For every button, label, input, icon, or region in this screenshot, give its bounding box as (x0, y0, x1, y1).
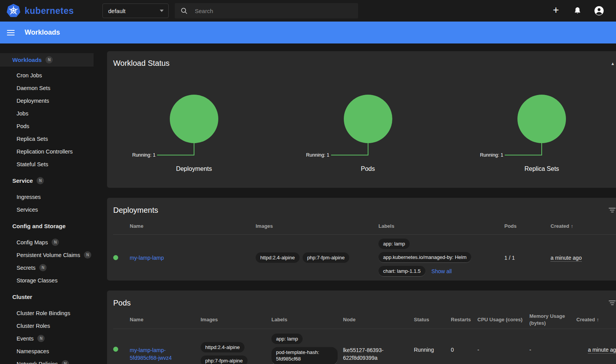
sidebar-item-workloads[interactable]: WorkloadsN (0, 53, 94, 67)
sidebar-item-ingresses[interactable]: Ingresses (0, 190, 100, 203)
filter-icon[interactable] (605, 298, 616, 307)
column-header-restarts[interactable]: Restarts (451, 316, 477, 323)
namespace-selector[interactable]: default (102, 3, 169, 18)
sidebar-item-replication-controllers[interactable]: Replication Controllers (0, 145, 100, 158)
page-title: Workloads (25, 28, 60, 37)
deployment-link[interactable]: my-lamp-lamp (130, 255, 164, 261)
pie-leader-line: Running: 1 (281, 143, 455, 155)
column-header-status[interactable]: Status (414, 316, 451, 323)
leader-line-horizontal (157, 155, 194, 155)
new-badge: N (37, 177, 44, 184)
workload-chart-replica-sets: Running: 1Replica Sets (455, 95, 616, 172)
top-bar: kubernetes default + (0, 0, 616, 22)
memory-usage-cell: - (529, 347, 576, 353)
sidebar-item-namespaces[interactable]: Namespaces (0, 345, 100, 357)
chart-resource-title: Replica Sets (455, 165, 616, 172)
notifications-button[interactable] (572, 5, 583, 16)
chevron-down-icon (160, 10, 164, 12)
kubernetes-logo-icon (6, 3, 21, 18)
name-cell: my-lamp-lamp-5fd985cf68-jwvz4 (130, 347, 201, 362)
brand-name: kubernetes (25, 6, 74, 16)
search-input[interactable] (195, 8, 353, 14)
show-all-link[interactable]: Show all (432, 268, 452, 274)
column-header-labels[interactable]: Labels (271, 316, 343, 323)
search-icon (180, 7, 188, 15)
sidebar-item-daemon-sets[interactable]: Daemon Sets (0, 82, 100, 94)
sidebar-item-network-policies[interactable]: Network PoliciesN (0, 357, 100, 364)
column-header-node[interactable]: Node (343, 316, 414, 323)
column-header-name[interactable]: Name (130, 223, 256, 230)
label-chip: pod-template-hash: 5fd985cf68 (271, 347, 338, 364)
column-header-label: Name (130, 317, 143, 322)
sidebar-item-services[interactable]: Services (0, 203, 100, 216)
column-header-created[interactable]: Created↑ (551, 223, 616, 230)
create-button[interactable]: + (551, 5, 561, 16)
sidebar-item-label: Replica Sets (17, 136, 48, 142)
sidebar-item-jobs[interactable]: Jobs (0, 107, 100, 120)
column-header-created[interactable]: Created↑ (576, 316, 616, 323)
sidebar-item-cron-jobs[interactable]: Cron Jobs (0, 69, 100, 82)
leader-line-vertical (368, 143, 368, 155)
column-header-pods[interactable]: Pods (504, 223, 551, 230)
sidebar-item-cluster-role-bindings[interactable]: Cluster Role Bindings (0, 307, 100, 319)
sidebar-item-label: Service (12, 177, 33, 184)
sidebar-item-service[interactable]: ServiceN (0, 173, 100, 188)
sidebar-item-label: Daemon Sets (17, 85, 50, 91)
node-cell: lke55127-86393-622f8d09399a (343, 347, 408, 362)
column-header-name[interactable]: Name (130, 316, 201, 323)
kubernetes-brand[interactable]: kubernetes (6, 3, 102, 18)
namespace-value: default (108, 8, 126, 14)
sidebar-item-replica-sets[interactable]: Replica Sets (0, 132, 100, 145)
status-pie-chart[interactable] (517, 95, 566, 143)
column-header-images[interactable]: Images (201, 316, 271, 323)
column-header-labels[interactable]: Labels (378, 223, 504, 230)
new-badge: N (52, 239, 59, 246)
sidebar-item-cluster-roles[interactable]: Cluster Roles (0, 319, 100, 332)
column-header-cpu-usage-cores[interactable]: CPU Usage (cores) (477, 316, 529, 323)
sidebar-item-label: Pods (17, 123, 29, 129)
column-header-images[interactable]: Images (256, 223, 378, 230)
sidebar-item-label: Events (17, 336, 33, 342)
sidebar-item-label: Cluster Role Bindings (17, 310, 70, 316)
chart-resource-title: Pods (281, 165, 455, 172)
search-box[interactable] (175, 3, 358, 18)
app-bar: Workloads (0, 22, 616, 43)
sidebar-item-label: Ingresses (17, 194, 41, 200)
sidebar-item-label: Workloads (12, 57, 42, 63)
sort-ascending-icon: ↑ (596, 317, 599, 322)
deployments-title: Deployments (113, 206, 158, 215)
workload-status-card: Workload Status ▲ Running: 1DeploymentsR… (107, 51, 616, 188)
menu-button[interactable] (7, 28, 15, 37)
column-header-label: Images (256, 223, 273, 229)
sidebar-item-label: Namespaces (17, 348, 49, 354)
pie-legend-label: Running: 1 (306, 152, 329, 158)
chart-resource-title: Deployments (107, 165, 281, 172)
created-value: a minute ago (551, 255, 582, 262)
sidebar-item-stateful-sets[interactable]: Stateful Sets (0, 158, 100, 170)
status-pie-chart[interactable] (170, 95, 218, 143)
pod-link[interactable]: my-lamp-lamp-5fd985cf68-jwvz4 (130, 347, 191, 362)
sidebar-item-label: Storage Classes (17, 277, 57, 284)
table-row: my-lamp-lamp-5fd985cf68-jwvz4httpd:2.4-a… (113, 329, 616, 364)
sidebar-item-events[interactable]: EventsN (0, 332, 100, 345)
collapse-card-button[interactable]: ▲ (606, 60, 616, 67)
label-line: app: lamp (378, 239, 410, 249)
new-badge: N (37, 335, 45, 342)
label-chip: httpd:2.4-alpine (201, 342, 244, 352)
sidebar-item-secrets[interactable]: SecretsN (0, 261, 100, 274)
column-header-memory-usage-bytes[interactable]: Memory Usage (bytes) (529, 313, 576, 326)
status-pie-chart[interactable] (344, 95, 392, 143)
account-button[interactable] (594, 5, 604, 16)
sidebar-item-deployments[interactable]: Deployments (0, 94, 100, 107)
account-icon (594, 6, 604, 16)
bell-icon (573, 7, 582, 15)
sidebar-item-persistent-volume-claims[interactable]: Persistent Volume ClaimsN (0, 249, 100, 261)
sidebar-item-storage-classes[interactable]: Storage Classes (0, 274, 100, 287)
status-cell (113, 347, 130, 352)
filter-icon[interactable] (605, 205, 616, 215)
sidebar-item-label: Cluster (12, 294, 32, 300)
label-chip: app.kubernetes.io/managed-by: Helm (378, 252, 471, 263)
sidebar-item-pods[interactable]: Pods (0, 120, 100, 132)
sidebar-item-config-maps[interactable]: Config MapsN (0, 236, 100, 249)
label-chip: app: lamp (271, 334, 303, 344)
